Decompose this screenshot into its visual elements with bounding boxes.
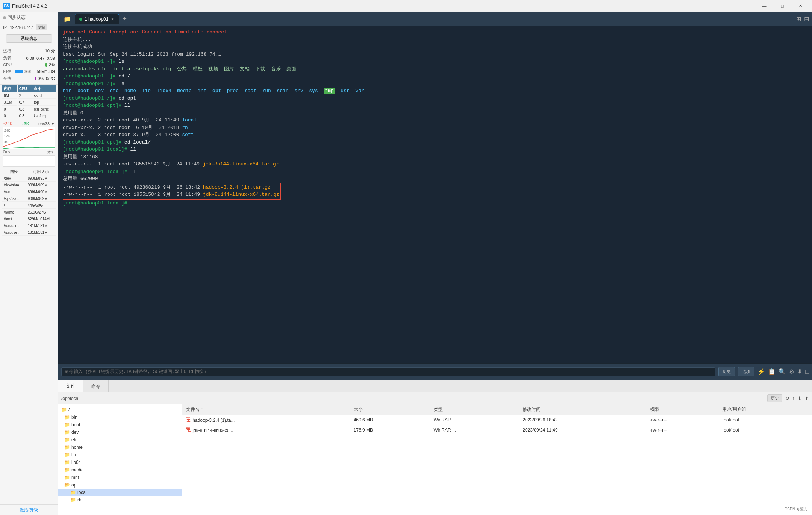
- minimize-button[interactable]: —: [756, 0, 773, 12]
- cpu-label: CPU: [3, 62, 12, 67]
- tree-item-media[interactable]: 📁 media: [58, 466, 182, 474]
- tree-item-etc[interactable]: 📁 etc: [58, 436, 182, 444]
- proc-cmd: sshd: [32, 93, 56, 99]
- tree-item-dev[interactable]: 📁 dev: [58, 429, 182, 436]
- col-name[interactable]: 文件名 ↑: [182, 404, 350, 415]
- tab-close-button[interactable]: ✕: [111, 17, 114, 22]
- options-button[interactable]: 选项: [738, 367, 754, 376]
- latency-label: 0ms: [3, 150, 10, 155]
- tab-add-button[interactable]: +: [120, 15, 129, 23]
- settings-icon[interactable]: ⚙: [789, 368, 794, 375]
- folder-icon: 📁: [70, 497, 76, 503]
- col-permissions[interactable]: 权限: [646, 404, 719, 415]
- tree-item-bin[interactable]: 📁 bin: [58, 414, 182, 421]
- term-line: 总用量 0: [63, 109, 807, 117]
- disk-row: /home26.9G/27G: [2, 209, 56, 215]
- fm-files-panel: 文件名 ↑ 大小 类型 修改时间 权限 用户/用户组 🗜 hadoop-3.2.…: [182, 404, 812, 515]
- files-table: 文件名 ↑ 大小 类型 修改时间 权限 用户/用户组 🗜 hadoop-3.2.…: [182, 404, 812, 435]
- tree-label: home: [71, 445, 83, 450]
- folder-icon: 📁: [64, 445, 70, 450]
- fm-tab-commands[interactable]: 命令: [83, 380, 109, 392]
- right-area: 📁 1 hadoop01 ✕ + ⊞ ⊟ java.net.ConnectExc…: [58, 12, 812, 515]
- fm-up-icon[interactable]: ↑: [792, 395, 795, 401]
- close-button[interactable]: ✕: [792, 0, 809, 12]
- tree-item-mnt[interactable]: 📁 mnt: [58, 474, 182, 481]
- fm-history-button[interactable]: 历史: [767, 394, 782, 402]
- tree-label: lib: [71, 452, 76, 457]
- tree-item-root[interactable]: 📁 /: [58, 406, 182, 414]
- process-row: 00.3ksoftirq: [2, 113, 56, 119]
- app-title: FinalShell 4.2.4.2: [12, 3, 756, 9]
- window-icon[interactable]: □: [805, 368, 809, 375]
- term-line: [root@hadoop01 /]# cd opt: [63, 95, 807, 102]
- file-row[interactable]: 🗜 hadoop-3.2.4 (1).ta... 469.6 MB WinRAR…: [182, 415, 812, 425]
- network-section: ↑24K ↓3K ens33 ▼ 24K 17K 8K 0ms 本机: [0, 120, 58, 168]
- sync-dot: [3, 16, 6, 19]
- fm-download-icon[interactable]: ⬇: [798, 395, 802, 401]
- clipboard-icon[interactable]: 📋: [768, 368, 776, 375]
- file-size: 176.9 MB: [350, 425, 430, 435]
- tree-item-rh[interactable]: 📁 rh: [58, 496, 182, 504]
- maximize-button[interactable]: □: [774, 0, 791, 12]
- folder-icon[interactable]: 📁: [61, 15, 73, 23]
- tree-item-lib[interactable]: 📁 lib: [58, 451, 182, 459]
- download-icon[interactable]: ⬇: [797, 368, 802, 375]
- history-button[interactable]: 历史: [718, 367, 735, 376]
- disk-row: /44G/50G: [2, 203, 56, 209]
- fm-tree: 📁 / 📁 bin 📁 boot 📁 dev: [58, 404, 182, 515]
- tree-item-lib64[interactable]: 📁 lib64: [58, 459, 182, 466]
- col-owner[interactable]: 用户/用户组: [718, 404, 812, 415]
- file-modified: 2023/09/24 11:49: [519, 425, 646, 435]
- selected-files-box: -rw-r--r--. 1 root root 492368219 9月 26 …: [63, 183, 281, 200]
- app-icon: FS: [3, 3, 10, 9]
- process-row: 3.1M0.7top: [2, 100, 56, 106]
- activate-link[interactable]: 激活/升级: [20, 507, 38, 512]
- proc-mem: 6M: [2, 93, 17, 99]
- process-table: 内存 CPU 命令 6M2sshd3.1M0.7top00.3rcu_sche0…: [2, 85, 56, 120]
- grid-view-icon[interactable]: ⊞: [796, 15, 801, 23]
- list-view-icon[interactable]: ⊟: [804, 15, 809, 23]
- fm-upload-icon[interactable]: ⬆: [805, 395, 809, 401]
- proc-cpu: 2: [18, 93, 32, 99]
- cmd-input[interactable]: [61, 367, 715, 376]
- file-row[interactable]: 🗜 jdk-8u144-linux-x6... 176.9 MB WinRAR …: [182, 425, 812, 435]
- disk-avail-size: 899M/909M: [26, 189, 56, 195]
- col-modified[interactable]: 修改时间: [519, 404, 646, 415]
- files-list: 🗜 hadoop-3.2.4 (1).ta... 469.6 MB WinRAR…: [182, 415, 812, 435]
- sys-info-button[interactable]: 系统信息: [6, 34, 52, 43]
- folder-icon: 📁: [64, 475, 70, 480]
- tree-item-local[interactable]: 📁 local: [58, 489, 182, 496]
- tab-hadoop01[interactable]: 1 hadoop01 ✕: [75, 14, 119, 24]
- tab-active-dot: [79, 18, 82, 21]
- local-label: 本机: [47, 150, 55, 155]
- terminal-area[interactable]: java.net.ConnectException: Connection ti…: [58, 26, 812, 363]
- swap-label: 交换: [3, 76, 11, 81]
- tree-item-opt[interactable]: 📂 opt: [58, 481, 182, 489]
- fm-path: /opt/local: [61, 396, 764, 401]
- tree-label: dev: [71, 430, 79, 435]
- term-line: drwxr-xr-x. 2 root root 40 9月 24 11:49 l…: [63, 117, 807, 124]
- fm-tab-files[interactable]: 文件: [58, 380, 83, 392]
- tree-label: etc: [71, 437, 77, 442]
- watermark: CSDN 夸颦儿: [785, 507, 807, 512]
- mem-percent: 36%: [24, 69, 32, 74]
- fm-content: 📁 / 📁 bin 📁 boot 📁 dev: [58, 404, 812, 515]
- folder-icon: 📁: [64, 422, 70, 427]
- fm-refresh-icon[interactable]: ↻: [785, 395, 789, 401]
- folder-open-icon: 📂: [64, 482, 70, 488]
- cmd-bar: 历史 选项 ⚡ 📋 🔍 ⚙ ⬇ □: [58, 363, 812, 380]
- col-size[interactable]: 大小: [350, 404, 430, 415]
- col-type[interactable]: 类型: [430, 404, 519, 415]
- swap-bar: [35, 77, 36, 80]
- copy-ip-button[interactable]: 复制: [36, 24, 47, 30]
- ip-value: 192.168.74.1: [10, 25, 34, 30]
- search-icon[interactable]: 🔍: [779, 368, 786, 375]
- net-interface: ens33 ▼: [38, 121, 55, 126]
- lightning-icon[interactable]: ⚡: [757, 368, 765, 375]
- tree-item-home[interactable]: 📁 home: [58, 444, 182, 451]
- tree-item-boot[interactable]: 📁 boot: [58, 421, 182, 429]
- folder-icon: 📁: [64, 415, 70, 420]
- term-line: -rw-r--r--. 1 root root 185515842 9月 24 …: [63, 191, 280, 198]
- disk-avail-size: 26.9G/27G: [26, 209, 56, 215]
- file-name: 🗜 hadoop-3.2.4 (1).ta...: [182, 415, 350, 425]
